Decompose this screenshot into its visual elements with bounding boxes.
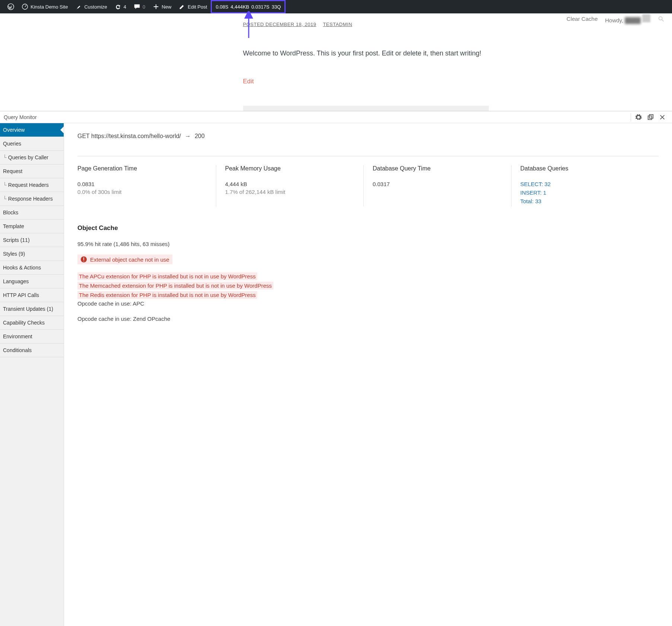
- query-monitor-stats[interactable]: 0.08S 4,444KB 0.0317S 33Q: [211, 0, 286, 13]
- popout-icon: [647, 114, 654, 121]
- sidebar-item-overview[interactable]: Overview: [0, 123, 64, 128]
- qm-db-time: 0.0317S: [251, 4, 269, 10]
- qm-title: Query Monitor: [4, 114, 37, 120]
- post-date-link[interactable]: POSTED DECEMBER 18, 2019: [243, 22, 316, 27]
- qm-main: GET https://test.kinsta.com/hello-world/…: [64, 123, 672, 128]
- admin-top-right: Clear Cache Howdy, ████: [567, 14, 665, 23]
- qm-memory: 4,444KB: [230, 4, 249, 10]
- new-link[interactable]: New: [149, 0, 175, 13]
- svg-rect-5: [649, 114, 653, 118]
- pencil-icon: [179, 3, 185, 10]
- query-monitor-panel: Query Monitor Overview Queries Queries b…: [0, 111, 672, 128]
- plus-icon: [153, 3, 159, 10]
- wp-admin-bar: Kinsta Demo Site Customize 4 0 New Edit …: [0, 0, 672, 13]
- post-meta: POSTED DECEMBER 18, 2019 TESTADMIN: [243, 22, 489, 27]
- avatar: [642, 14, 650, 22]
- howdy-link[interactable]: Howdy, ████: [605, 14, 650, 23]
- qm-query-count: 33Q: [272, 4, 281, 10]
- close-button[interactable]: [656, 111, 668, 123]
- edit-link[interactable]: Edit: [243, 78, 254, 85]
- customize-link[interactable]: Customize: [71, 0, 111, 13]
- dashboard-icon: [22, 3, 28, 10]
- qm-page-time: 0.08S: [216, 4, 228, 10]
- svg-rect-4: [648, 116, 652, 119]
- clear-cache-link[interactable]: Clear Cache: [567, 16, 598, 22]
- svg-point-2: [659, 16, 662, 20]
- comment-icon: [134, 3, 140, 10]
- wp-logo[interactable]: [4, 0, 18, 13]
- gear-icon: [635, 114, 642, 121]
- qm-titlebar: Query Monitor: [0, 111, 672, 123]
- close-icon: [659, 114, 666, 121]
- edit-post-link[interactable]: Edit Post: [175, 0, 211, 13]
- post-body: Welcome to WordPress. This is your first…: [243, 49, 489, 57]
- site-name-text: Kinsta Demo Site: [31, 4, 68, 10]
- comments-link[interactable]: 0: [130, 0, 149, 13]
- wordpress-icon: [7, 3, 14, 10]
- site-name-link[interactable]: Kinsta Demo Site: [18, 0, 71, 13]
- refresh-icon: [115, 3, 121, 10]
- search-icon[interactable]: [658, 16, 665, 22]
- popout-button[interactable]: [644, 111, 656, 123]
- settings-button[interactable]: [633, 111, 644, 123]
- qm-sidebar: Overview Queries Queries by Caller Reque…: [0, 123, 64, 128]
- updates-link[interactable]: 4: [111, 0, 130, 13]
- post-author-link[interactable]: TESTADMIN: [323, 22, 352, 27]
- brush-icon: [75, 3, 82, 10]
